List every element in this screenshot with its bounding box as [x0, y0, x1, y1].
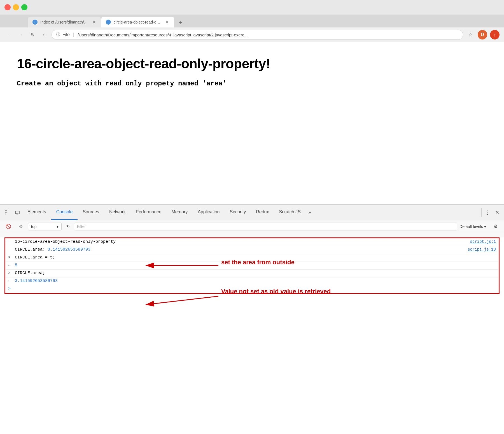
console-gear-button[interactable]: ⚙ — [491, 221, 501, 232]
tab-console[interactable]: Console — [51, 205, 78, 220]
new-tab-button[interactable]: + — [176, 18, 185, 27]
console-line-2: CIRCLE.area: 3.141592653589793 script.js… — [5, 246, 499, 254]
home-button[interactable]: ⌂ — [40, 30, 49, 39]
inspect-element-button[interactable] — [2, 207, 12, 218]
tab-2-title: circle-area-object-read-only-pr... — [114, 20, 162, 24]
address-actions: ☆ — [466, 30, 475, 39]
tab-memory[interactable]: Memory — [166, 205, 193, 220]
devtools-toolbar: 🚫 ⊘ top ▾ 👁 Filter Default levels ▾ ⚙ — [0, 220, 504, 233]
clear-console-button[interactable]: 🚫 — [3, 221, 13, 232]
filter-placeholder: Filter — [77, 224, 86, 229]
back-button[interactable]: ← — [4, 30, 13, 39]
console-prompt-arrow: > — [8, 286, 11, 291]
tab-redux[interactable]: Redux — [251, 205, 274, 220]
tab-security[interactable]: Security — [225, 205, 251, 220]
refresh-button[interactable]: ↻ — [28, 30, 37, 39]
traffic-lights — [4, 4, 27, 10]
console-line-1-text: 16-circle-area-object-read-only-property — [15, 239, 470, 244]
console-line-6-arrow: ← — [8, 279, 13, 283]
devtools-more-menu[interactable]: ⋮ — [483, 208, 492, 217]
update-button[interactable]: ↑ — [490, 30, 500, 39]
bookmark-button[interactable]: ☆ — [466, 30, 475, 39]
tabs-bar: i Index of /Users/dinanath/Docum... ✕ ci… — [0, 15, 504, 27]
devtools-console-area: 16-circle-area-object-read-only-property… — [0, 237, 504, 294]
address-bar: ← → ↻ ⌂ ⓘ File | /Users/dinanath/Documen… — [0, 27, 504, 42]
console-line-3-arrow: > — [8, 255, 13, 260]
devtools-close-button[interactable]: ✕ — [492, 208, 502, 217]
tab-2-close[interactable]: ✕ — [165, 20, 170, 25]
device-toggle-button[interactable] — [12, 207, 22, 218]
more-tabs-button[interactable]: » — [306, 205, 314, 220]
lock-icon: ⓘ — [56, 32, 60, 37]
browser-chrome: i Index of /Users/dinanath/Docum... ✕ ci… — [0, 0, 504, 42]
close-button[interactable] — [4, 4, 11, 10]
console-line-5-arrow: > — [8, 271, 13, 275]
console-line-4-arrow: ← — [8, 263, 13, 267]
devtools-tab-bar: Elements Console Sources Network Perform… — [0, 205, 504, 220]
console-line-2-text: CIRCLE.area: 3.141592653589793 — [15, 247, 468, 252]
tab-performance[interactable]: Performance — [131, 205, 167, 220]
url-path: /Users/dinanath/Documents/important/reso… — [78, 32, 458, 37]
tab-1-close[interactable]: ✕ — [91, 20, 96, 25]
context-selector[interactable]: top ▾ — [28, 223, 62, 230]
tab-1-title: Index of /Users/dinanath/Docum... — [40, 20, 88, 24]
tab-1[interactable]: i Index of /Users/dinanath/Docum... ✕ — [28, 17, 101, 27]
tab-1-favicon: i — [32, 20, 38, 25]
minimize-button[interactable] — [13, 4, 19, 10]
url-file-label: File — [62, 32, 70, 37]
tab-elements[interactable]: Elements — [22, 205, 51, 220]
tab-application[interactable]: Application — [193, 205, 225, 220]
annotation-arrow2: Value not set as old value is retrieved — [134, 288, 308, 317]
annotation-label-2: Value not set as old value is retrieved — [221, 288, 331, 295]
svg-point-2 — [107, 21, 110, 24]
maximize-button[interactable] — [21, 4, 27, 10]
url-separator: | — [73, 32, 74, 37]
page-subtitle: Create an object with read only propety … — [17, 80, 487, 87]
default-levels-button[interactable]: Default levels ▾ — [459, 224, 486, 229]
console-line-1: 16-circle-area-object-read-only-property… — [5, 238, 499, 246]
tab-sources[interactable]: Sources — [78, 205, 104, 220]
url-bar[interactable]: ⓘ File | /Users/dinanath/Documents/impor… — [52, 30, 463, 40]
page-title: 16-circle-area-object-read-only-property… — [17, 56, 487, 71]
svg-line-10 — [146, 296, 218, 305]
title-bar — [0, 0, 504, 15]
annotation-arrow1: set the area from outside — [134, 254, 308, 278]
console-line-1-link[interactable]: script.js:1 — [470, 239, 496, 244]
console-settings-button[interactable]: ⊘ — [16, 221, 26, 232]
annotation-label-1: set the area from outside — [221, 259, 295, 266]
devtools-separator — [481, 208, 482, 217]
devtools-panel: Elements Console Sources Network Perform… — [0, 204, 504, 294]
tab-2-favicon — [106, 20, 111, 25]
console-line-6-text: 3.141592653589793 — [15, 279, 496, 283]
profile-avatar[interactable]: D — [478, 30, 487, 39]
console-line-6: ← 3.141592653589793 — [5, 277, 499, 285]
filter-input[interactable]: Filter — [74, 223, 457, 230]
tab-2[interactable]: circle-area-object-read-only-pr... ✕ — [101, 17, 174, 27]
eye-button[interactable]: 👁 — [64, 223, 72, 230]
forward-button[interactable]: → — [16, 30, 25, 39]
page-content: 16-circle-area-object-read-only-property… — [0, 42, 504, 204]
svg-rect-3 — [5, 210, 7, 212]
console-line-2-link[interactable]: script.js:13 — [468, 247, 496, 252]
tab-scratch-js[interactable]: Scratch JS — [274, 205, 306, 220]
context-dropdown-arrow: ▾ — [57, 224, 59, 229]
tab-network[interactable]: Network — [104, 205, 131, 220]
